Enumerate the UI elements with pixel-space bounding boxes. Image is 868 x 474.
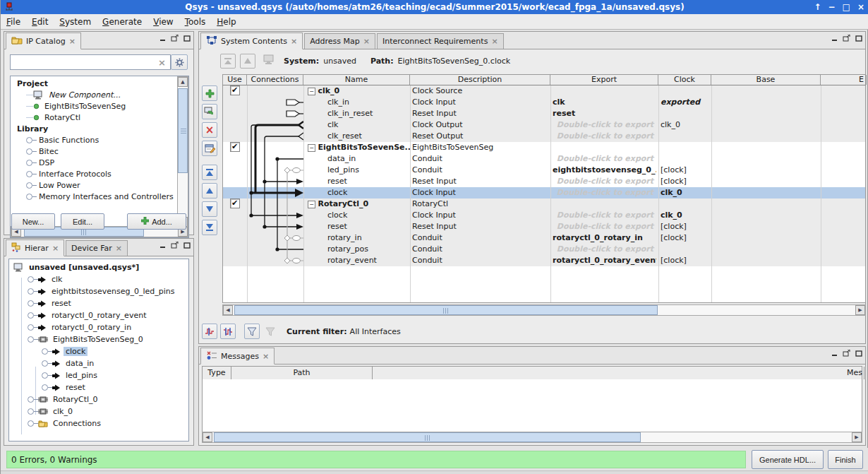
menu-view[interactable]: View — [147, 16, 179, 28]
timing-diagram2-icon[interactable] — [220, 324, 236, 339]
filter-icon[interactable] — [244, 324, 260, 339]
nav-up-button[interactable] — [240, 54, 255, 69]
table-row[interactable]: clockClock InputDouble-click to exportcl… — [223, 187, 865, 199]
ip-tree-item[interactable]: Interface Protocols — [11, 168, 177, 179]
hierarchy-item[interactable]: eightbitstosevenseg_0_led_pins — [11, 285, 188, 297]
collapse-icon[interactable]: − — [308, 88, 315, 95]
panel-minimize-button[interactable] — [159, 242, 166, 251]
close-icon[interactable]: × — [69, 37, 76, 46]
tree-expand-handle[interactable] — [26, 194, 32, 200]
column-header-name[interactable]: Name — [303, 75, 410, 85]
tree-expand-handle[interactable] — [42, 372, 48, 379]
hierarchy-item[interactable]: data_in — [11, 357, 188, 369]
tree-expand-handle[interactable] — [28, 312, 34, 319]
column-header-clock[interactable]: Clock — [658, 75, 711, 85]
table-row[interactable]: resetReset InputDouble-click to export[c… — [223, 176, 865, 187]
maximize-button[interactable]: □ — [843, 2, 850, 12]
panel-maximize-button[interactable] — [183, 242, 191, 251]
tab-address-map[interactable]: Address Map× — [304, 33, 375, 49]
table-row[interactable]: clk_in_resetReset Inputreset — [223, 108, 865, 119]
table-row[interactable]: clk_inClock Inputclkexported — [223, 97, 865, 108]
tree-expand-handle[interactable] — [42, 360, 48, 367]
close-icon[interactable]: × — [263, 352, 269, 361]
tab-system-contents[interactable]: System Contents× — [200, 32, 303, 49]
column-header-description[interactable]: Description — [410, 75, 550, 85]
new-button[interactable]: New... — [11, 213, 55, 230]
use-checkbox[interactable]: ✔ — [230, 85, 240, 95]
ip-tree-item[interactable]: Basic Functions — [11, 134, 177, 146]
tree-expand-handle[interactable] — [26, 137, 32, 143]
cell-export[interactable]: Double-click to export — [553, 244, 656, 255]
table-row[interactable]: data_inConduitDouble-click to export — [223, 153, 865, 165]
ip-tree-item[interactable]: EightBitsToSevenSeg — [11, 100, 177, 112]
tab-hierar[interactable]: Hierar× — [6, 239, 64, 256]
panel-detach-button[interactable] — [171, 242, 179, 251]
tab-messages[interactable]: Messages × — [200, 348, 275, 365]
tree-expand-handle[interactable] — [28, 408, 34, 415]
tree-expand-handle[interactable] — [28, 276, 34, 283]
ip-tree-item[interactable]: Memory Interfaces and Controllers — [11, 191, 177, 202]
table-hscroll[interactable]: ◀ ▶ — [222, 304, 866, 316]
hierarchy-item[interactable]: clk_0 — [11, 405, 188, 417]
hierarchy-item[interactable]: Connections — [11, 417, 188, 429]
close-button[interactable]: × — [857, 2, 864, 12]
hierarchy-item[interactable]: clock — [11, 345, 188, 357]
hierarchy-item[interactable]: EightBitsToSevenSeg_0 — [11, 333, 188, 345]
move-top-button[interactable] — [202, 165, 217, 180]
ip-tree-vscroll[interactable]: ▲ ▼ — [177, 76, 188, 227]
hierarchy-item[interactable]: led_pins — [11, 369, 188, 381]
close-icon[interactable]: × — [291, 37, 297, 46]
cell-export[interactable]: eightbitstosevenseg_0_... — [553, 165, 656, 176]
hierarchy-item[interactable]: unsaved [unsaved.qsys*] — [11, 261, 188, 273]
panel-minimize-button[interactable] — [159, 35, 166, 44]
column-header-e[interactable]: E — [821, 75, 867, 85]
tree-expand-handle[interactable] — [28, 336, 34, 343]
table-row[interactable]: rotary_posConduitDouble-click to export — [223, 244, 865, 255]
gear-button[interactable] — [171, 54, 188, 70]
cell-export[interactable]: Double-click to export — [553, 119, 656, 131]
table-row[interactable]: clkClock OutputDouble-click to exportclk… — [223, 119, 865, 131]
menu-tools[interactable]: Tools — [179, 16, 212, 28]
cell-export[interactable]: Double-click to export — [553, 210, 656, 221]
menu-system[interactable]: System — [54, 16, 97, 28]
cell-export[interactable]: clk — [553, 97, 656, 108]
tree-expand-handle[interactable] — [42, 384, 48, 391]
table-row[interactable]: led_pinsConduiteightbitstosevenseg_0_...… — [223, 165, 865, 176]
move-down-button[interactable] — [202, 201, 217, 217]
cell-export[interactable]: Double-click to export — [553, 131, 656, 142]
tree-expand-handle[interactable] — [28, 396, 34, 403]
cell-export[interactable] — [553, 142, 656, 153]
ip-tree-item[interactable]: Bitec — [11, 146, 177, 157]
column-header-base[interactable]: Base — [711, 75, 821, 85]
menu-edit[interactable]: Edit — [26, 16, 54, 28]
table-row[interactable]: clockClock InputDouble-click to exportcl… — [223, 210, 865, 221]
table-row[interactable]: ✔− EightBitsToSevenSe...EightBitsToSeven… — [223, 142, 865, 153]
ip-tree-item[interactable]: Low Power — [11, 179, 177, 191]
menu-help[interactable]: Help — [211, 16, 241, 28]
column-header-connections[interactable]: Connections — [247, 75, 303, 85]
tree-expand-handle[interactable] — [28, 420, 34, 427]
edit-button[interactable]: Edit... — [61, 213, 104, 230]
tree-expand-handle[interactable] — [28, 288, 34, 295]
cell-export[interactable] — [553, 85, 656, 97]
timing-diagram-icon[interactable] — [202, 324, 217, 339]
panel-maximize-button[interactable] — [855, 350, 862, 359]
cell-export[interactable]: reset — [553, 108, 656, 119]
tab-interconnect-requirements[interactable]: Interconnect Requirements× — [377, 33, 504, 49]
cell-export[interactable]: Double-click to export — [553, 176, 656, 187]
menu-generate[interactable]: Generate — [97, 16, 147, 28]
table-row[interactable]: resetReset InputDouble-click to export[c… — [223, 221, 865, 232]
panel-detach-button[interactable] — [843, 35, 850, 44]
remove-button[interactable]: × — [202, 122, 217, 138]
tree-expand-handle[interactable] — [42, 348, 48, 355]
use-checkbox[interactable]: ✔ — [230, 142, 240, 152]
move-up-button[interactable] — [202, 183, 217, 199]
close-icon[interactable]: × — [52, 244, 59, 253]
cell-export[interactable]: Double-click to export — [553, 221, 656, 232]
panel-maximize-button[interactable] — [183, 35, 191, 44]
tree-expand-handle[interactable] — [26, 160, 32, 166]
column-header-use[interactable]: Use — [223, 75, 247, 85]
tab-ip-catalog[interactable]: IP Catalog × — [6, 32, 81, 49]
tab-device-far[interactable]: Device Far× — [66, 240, 128, 256]
menu-file[interactable]: File — [1, 16, 26, 28]
